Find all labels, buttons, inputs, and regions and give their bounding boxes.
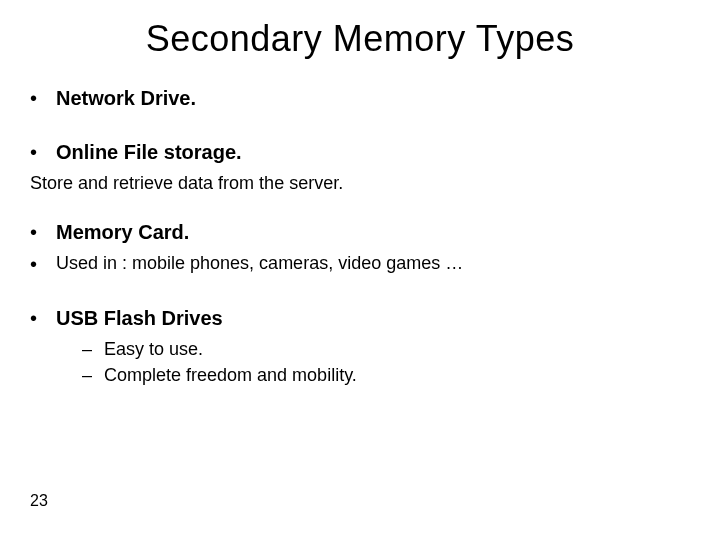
bullet-dot-icon: • bbox=[30, 86, 40, 110]
content-area: • Network Drive. • Online File storage. … bbox=[0, 86, 720, 386]
page-title: Secondary Memory Types bbox=[0, 0, 720, 86]
bullet-usb-flash: • USB Flash Drives bbox=[30, 306, 690, 330]
bullet-dot-icon: • bbox=[30, 252, 40, 276]
bullet-label: Used in : mobile phones, cameras, video … bbox=[56, 252, 463, 274]
bullet-dot-icon: • bbox=[30, 306, 40, 330]
bullet-label: Network Drive. bbox=[56, 86, 196, 110]
bullet-memory-card-desc: • Used in : mobile phones, cameras, vide… bbox=[30, 252, 690, 276]
bullet-online-storage: • Online File storage. bbox=[30, 140, 690, 164]
dash-icon: – bbox=[82, 364, 92, 386]
online-storage-desc: Store and retrieve data from the server. bbox=[30, 172, 690, 194]
sub-bullet-freedom: – Complete freedom and mobility. bbox=[82, 364, 690, 386]
bullet-dot-icon: • bbox=[30, 220, 40, 244]
sub-bullet-easy: – Easy to use. bbox=[82, 338, 690, 360]
usb-sublist: – Easy to use. – Complete freedom and mo… bbox=[30, 338, 690, 386]
sub-bullet-label: Complete freedom and mobility. bbox=[104, 364, 357, 386]
bullet-label: Memory Card. bbox=[56, 220, 189, 244]
bullet-label: USB Flash Drives bbox=[56, 306, 223, 330]
bullet-memory-card: • Memory Card. bbox=[30, 220, 690, 244]
dash-icon: – bbox=[82, 338, 92, 360]
bullet-dot-icon: • bbox=[30, 140, 40, 164]
bullet-network-drive: • Network Drive. bbox=[30, 86, 690, 110]
page-number: 23 bbox=[30, 492, 48, 510]
bullet-label: Online File storage. bbox=[56, 140, 242, 164]
sub-bullet-label: Easy to use. bbox=[104, 338, 203, 360]
